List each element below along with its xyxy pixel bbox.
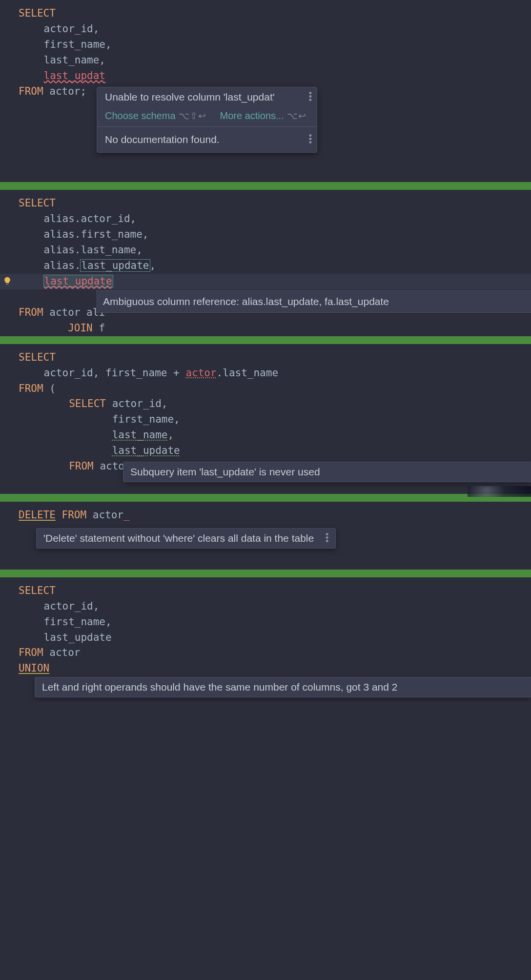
keyword-from: FROM bbox=[69, 460, 94, 472]
keyword-union[interactable]: UNION bbox=[19, 662, 49, 674]
inspection-tooltip: Ambiguous column reference: alias.last_u… bbox=[96, 290, 531, 313]
tooltip-text: Left and right operands should have the … bbox=[42, 681, 397, 693]
semicolon: ; bbox=[80, 85, 86, 97]
table-name: actor bbox=[49, 306, 80, 318]
popup-title-row: Unable to resolve column 'last_updat' ••… bbox=[97, 87, 317, 107]
paren: ( bbox=[49, 383, 56, 394]
tooltip-text: Ambiguous column reference: alias.last_u… bbox=[103, 296, 389, 307]
keyword-from: FROM bbox=[19, 85, 43, 97]
column: first_name, bbox=[112, 413, 180, 425]
inspection-tooltip: Left and right operands should have the … bbox=[35, 677, 531, 697]
warn-table[interactable]: actor bbox=[185, 367, 216, 379]
column: first_name, bbox=[44, 39, 112, 50]
column: first_name, bbox=[44, 616, 112, 628]
ambiguous-column[interactable]: last_update bbox=[44, 275, 113, 287]
tooltip-text: Subquery item 'last_update' is never use… bbox=[130, 466, 320, 477]
keyword-select: SELECT bbox=[19, 351, 56, 363]
intention-bulb-icon[interactable] bbox=[2, 276, 13, 286]
more-actions-action[interactable]: More actions...⌥↩ bbox=[220, 110, 306, 122]
inspection-popup[interactable]: Unable to resolve column 'last_updat' ••… bbox=[97, 87, 317, 153]
column: last_update bbox=[44, 632, 112, 643]
tooltip-text: 'Delete' statement without 'where' clear… bbox=[43, 532, 314, 544]
code-block-1: SELECT actor_id, first_name, last_name, … bbox=[0, 0, 531, 182]
popup-doc-text: No documentation found. bbox=[105, 134, 220, 145]
code-block-5: SELECT actor_id, first_name, last_update… bbox=[0, 577, 531, 702]
shortcut-label: ⌥⇧↩ bbox=[179, 111, 206, 121]
inspection-tooltip: Subquery item 'last_update' is never use… bbox=[123, 462, 531, 482]
expr: actor_id, first_name + bbox=[44, 367, 186, 379]
code-block-4: DELETE FROM actor_ 'Delete' statement wi… bbox=[0, 502, 531, 570]
keyword-from: FROM bbox=[19, 647, 43, 658]
unused-column[interactable]: last_update bbox=[112, 445, 180, 456]
keyword-select: SELECT bbox=[69, 398, 106, 409]
code-block-2: SELECT alias.actor_id, alias.first_name,… bbox=[0, 190, 531, 336]
code-editor[interactable]: SELECT alias.actor_id, alias.first_name,… bbox=[0, 190, 531, 336]
keyword-from: FROM bbox=[19, 306, 43, 318]
keyword-join: JOIN bbox=[68, 322, 93, 334]
shortcut-label: ⌥↩ bbox=[287, 111, 306, 121]
code-block-3: SELECT actor_id, first_name + actor.last… bbox=[0, 344, 531, 494]
section-separator bbox=[0, 336, 531, 344]
choose-schema-action[interactable]: Choose schema⌥⇧↩ bbox=[105, 110, 206, 122]
table-name: actor bbox=[49, 85, 80, 97]
more-options-icon[interactable]: ••• bbox=[326, 533, 328, 544]
table-name: actor bbox=[49, 647, 80, 658]
column: alias.first_name, bbox=[44, 228, 149, 240]
section-separator bbox=[0, 182, 531, 190]
column: actor_id, bbox=[112, 398, 168, 409]
more-options-icon[interactable]: ••• bbox=[309, 92, 312, 102]
keyword-from: FROM bbox=[62, 509, 87, 521]
keyword-select: SELECT bbox=[19, 197, 56, 209]
inspection-tooltip: 'Delete' statement without 'where' clear… bbox=[36, 528, 336, 549]
column: actor_id, bbox=[44, 600, 100, 612]
column: last_name, bbox=[44, 54, 105, 66]
visual-artifact bbox=[468, 486, 531, 497]
popup-actions-row: Choose schema⌥⇧↩ More actions...⌥↩ bbox=[97, 107, 317, 126]
unresolved-column[interactable]: last_updat bbox=[44, 70, 105, 82]
column: actor_id, bbox=[44, 23, 100, 35]
popup-title: Unable to resolve column 'last_updat' bbox=[105, 91, 275, 102]
column: alias.actor_id, bbox=[44, 213, 137, 225]
boxed-column: last_update bbox=[81, 260, 149, 271]
keyword-select: SELECT bbox=[19, 7, 56, 19]
join-table: f bbox=[99, 322, 105, 334]
more-options-icon[interactable]: ••• bbox=[309, 134, 312, 145]
section-separator bbox=[0, 494, 531, 502]
keyword-select: SELECT bbox=[19, 585, 56, 596]
column: alias.last_name, bbox=[44, 244, 143, 256]
unused-column[interactable]: last_name bbox=[112, 429, 168, 441]
keyword-delete[interactable]: DELETE bbox=[19, 509, 56, 521]
popup-doc-row: No documentation found. ••• bbox=[97, 126, 317, 152]
text-cursor: _ bbox=[123, 509, 130, 521]
section-separator bbox=[0, 570, 531, 577]
column-prefix: alias. bbox=[44, 260, 81, 271]
keyword-from: FROM bbox=[19, 383, 43, 394]
table-name: actor bbox=[93, 509, 123, 521]
